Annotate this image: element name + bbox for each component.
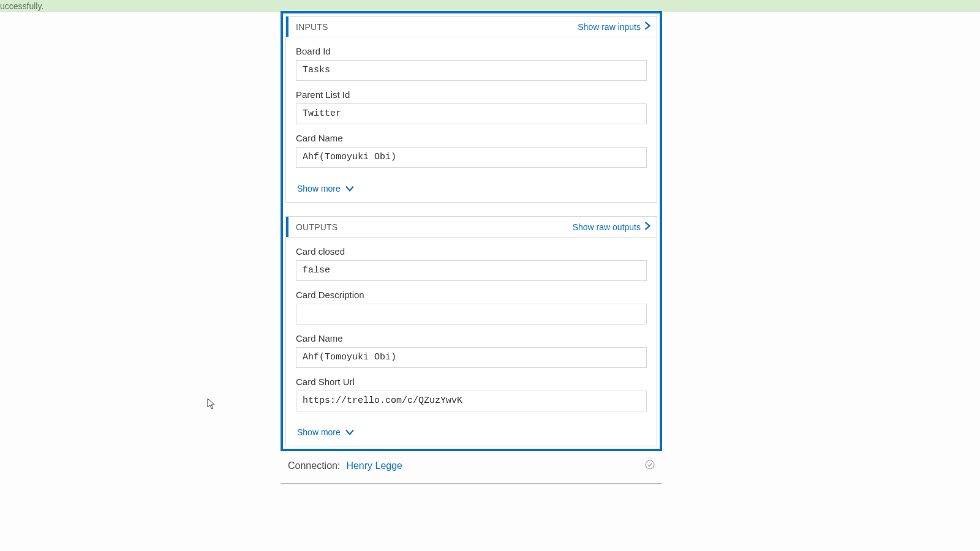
show-raw-inputs-label: Show raw inputs bbox=[578, 22, 641, 32]
inputs-title: INPUTS bbox=[296, 22, 328, 32]
inputs-accent bbox=[286, 17, 288, 37]
outputs-show-more[interactable]: Show more bbox=[286, 425, 657, 446]
label-card-name-out: Card Name bbox=[296, 333, 647, 343]
mouse-cursor-icon bbox=[207, 398, 216, 410]
field-card-closed: Card closed false bbox=[296, 246, 647, 281]
outputs-header: OUTPUTS Show raw outputs bbox=[286, 217, 657, 238]
value-card-name-out[interactable]: Ahf(Tomoyuki Obi) bbox=[296, 347, 647, 368]
inputs-header: INPUTS Show raw inputs bbox=[286, 17, 657, 37]
value-board-id[interactable]: Tasks bbox=[296, 60, 647, 81]
show-raw-inputs-link[interactable]: Show raw inputs bbox=[578, 21, 650, 32]
run-details-panel: INPUTS Show raw inputs Board Id Tasks Pa… bbox=[281, 11, 662, 451]
chevron-down-icon bbox=[345, 184, 354, 193]
label-card-closed: Card closed bbox=[296, 246, 647, 257]
outputs-section: OUTPUTS Show raw outputs Card closed fal… bbox=[285, 216, 657, 446]
inputs-section: INPUTS Show raw inputs Board Id Tasks Pa… bbox=[285, 16, 657, 203]
value-card-closed[interactable]: false bbox=[296, 260, 647, 281]
connection-label: Connection: bbox=[288, 460, 340, 471]
value-parent-list[interactable]: Twitter bbox=[296, 103, 647, 124]
outputs-title: OUTPUTS bbox=[296, 222, 337, 232]
value-card-short-url[interactable]: https://trello.com/c/QZuzYwvK bbox=[296, 391, 647, 411]
field-card-name-out: Card Name Ahf(Tomoyuki Obi) bbox=[296, 333, 647, 368]
label-parent-list: Parent List Id bbox=[296, 89, 647, 100]
label-card-desc: Card Description bbox=[296, 290, 647, 300]
value-card-desc[interactable] bbox=[296, 304, 647, 324]
card-short-url-link[interactable]: https://trello.com/c/QZuzYwvK bbox=[303, 395, 462, 406]
chevron-right-icon bbox=[644, 222, 650, 232]
label-card-short-url: Card Short Url bbox=[296, 377, 647, 387]
field-parent-list: Parent List Id Twitter bbox=[296, 89, 647, 124]
inputs-show-more[interactable]: Show more bbox=[286, 181, 657, 202]
field-card-desc: Card Description bbox=[296, 290, 647, 324]
checkmark-circle-icon bbox=[645, 460, 655, 472]
inputs-show-more-label: Show more bbox=[297, 184, 341, 193]
field-board-id: Board Id Tasks bbox=[296, 46, 647, 81]
outputs-show-more-label: Show more bbox=[297, 427, 341, 437]
field-card-short-url: Card Short Url https://trello.com/c/QZuz… bbox=[296, 377, 647, 411]
show-raw-outputs-link[interactable]: Show raw outputs bbox=[573, 222, 650, 232]
field-card-name-in: Card Name Ahf(Tomoyuki Obi) bbox=[296, 133, 647, 168]
outputs-accent bbox=[286, 217, 288, 237]
value-card-name-in[interactable]: Ahf(Tomoyuki Obi) bbox=[296, 147, 647, 168]
success-banner-text: uccessfully. bbox=[0, 1, 43, 11]
success-banner: uccessfully. bbox=[0, 0, 980, 12]
connection-bar: Connection: Henry Legge bbox=[281, 451, 662, 484]
label-board-id: Board Id bbox=[296, 46, 647, 56]
chevron-down-icon bbox=[345, 427, 354, 437]
svg-point-0 bbox=[646, 460, 654, 469]
connection-value[interactable]: Henry Legge bbox=[346, 460, 402, 471]
show-raw-outputs-label: Show raw outputs bbox=[573, 222, 641, 232]
chevron-right-icon bbox=[644, 21, 650, 32]
label-card-name-in: Card Name bbox=[296, 133, 647, 143]
